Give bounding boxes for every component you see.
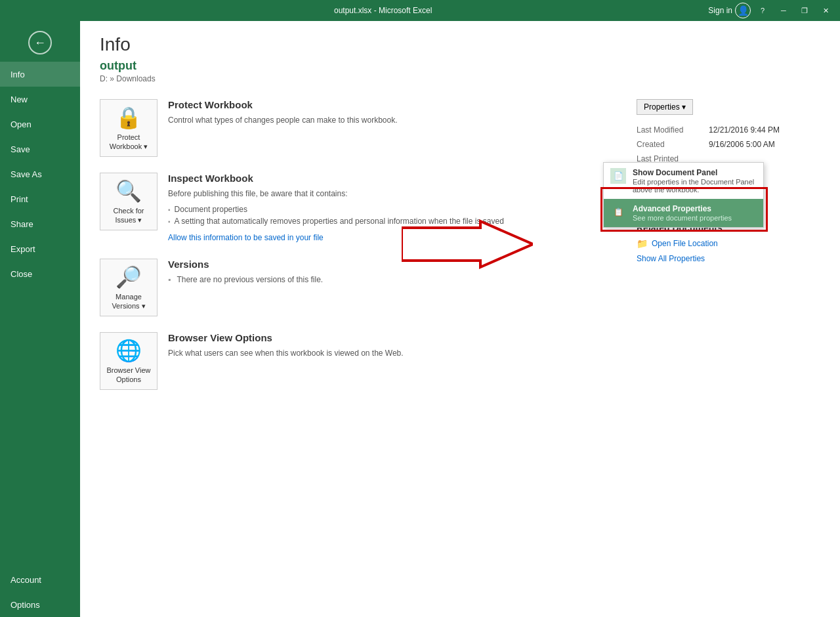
browser-view-icon: 🌐 (116, 338, 142, 363)
back-circle-icon[interactable]: ← (28, 31, 52, 54)
browser-view-text: Browser View Options Pick what users can… (168, 332, 404, 359)
allow-info-link[interactable]: Allow this information to be saved in yo… (168, 233, 324, 242)
sidebar-item-info[interactable]: Info (0, 62, 80, 87)
inspect-list-item-2: A setting that automatically removes pro… (168, 215, 504, 227)
browser-view-section: 🌐 Browser ViewOptions Browser View Optio… (100, 332, 610, 390)
last-modified-value: 12/21/2016 9:44 PM (709, 125, 780, 135)
created-label: Created (637, 140, 709, 149)
right-column: Properties ▾ Last Modified 12/21/2016 9:… (637, 99, 820, 406)
main-area: Info output D: » Downloads 🔒 ProtectWork… (80, 21, 840, 617)
show-document-panel-option[interactable]: 📄 Show Document Panel Edit properties in… (604, 163, 763, 199)
advanced-properties-desc: See more document properties (633, 214, 732, 222)
versions-label: ManageVersions ▾ (112, 292, 145, 311)
sign-in-label: Sign in (708, 6, 732, 15)
last-modified-row: Last Modified 12/21/2016 9:44 PM (637, 125, 820, 135)
check-issues-icon: 🔍 (116, 179, 142, 203)
advanced-properties-option[interactable]: 📋 Advanced Properties See more document … (604, 199, 763, 227)
sidebar-item-options[interactable]: Options (0, 592, 80, 617)
sidebar-item-close[interactable]: Close (0, 261, 80, 286)
sidebar-item-print[interactable]: Print (0, 186, 80, 211)
show-all-properties-link[interactable]: Show All Properties (637, 254, 820, 263)
advanced-properties-title: Advanced Properties (633, 204, 732, 213)
page-title: Info (100, 34, 820, 55)
left-column: 🔒 ProtectWorkbook ▾ Protect Workbook Con… (100, 99, 610, 406)
help-button[interactable]: ? (753, 3, 772, 18)
title-bar: output.xlsx - Microsoft Excel Sign in 👤 … (0, 0, 840, 21)
show-document-panel-title: Show Document Panel (633, 168, 757, 177)
protect-workbook-text: Protect Workbook Control what types of c… (168, 99, 398, 126)
check-for-issues-button[interactable]: 🔍 Check forIssues ▾ (100, 173, 158, 230)
versions-icon: 🔎 (116, 265, 142, 289)
created-value: 9/16/2006 5:00 AM (709, 140, 775, 149)
properties-button-wrapper: Properties ▾ (637, 99, 693, 115)
file-name: output (100, 59, 820, 73)
file-path: D: » Downloads (100, 74, 820, 83)
user-icon: 👤 (735, 3, 751, 18)
versions-title: Versions (168, 259, 323, 270)
manage-versions-button[interactable]: 🔎 ManageVersions ▾ (100, 259, 158, 316)
inspect-workbook-text: Inspect Workbook Before publishing this … (168, 173, 504, 243)
browser-view-description: Pick what users can see when this workbo… (168, 347, 404, 359)
advanced-properties-icon: 📋 (610, 204, 626, 220)
open-file-location-label: Open File Location (652, 239, 718, 248)
sidebar-item-saveas[interactable]: Save As (0, 161, 80, 186)
versions-description: ▪ There are no previous versions of this… (168, 274, 323, 286)
show-document-panel-icon: 📄 (610, 168, 626, 184)
protect-workbook-description: Control what types of changes people can… (168, 114, 398, 126)
inspect-workbook-list: Document properties A setting that autom… (168, 203, 504, 227)
inspect-list-item-1: Document properties (168, 203, 504, 215)
protect-workbook-icon: 🔒 (116, 105, 142, 130)
folder-icon: 📁 (637, 238, 648, 249)
browser-view-button[interactable]: 🌐 Browser ViewOptions (100, 332, 158, 390)
protect-workbook-label: ProtectWorkbook ▾ (110, 133, 148, 152)
inspect-workbook-title: Inspect Workbook (168, 173, 504, 184)
versions-section: 🔎 ManageVersions ▾ Versions ▪ There are … (100, 259, 610, 316)
properties-button[interactable]: Properties ▾ (637, 99, 693, 115)
inspect-workbook-description: Before publishing this file, be aware th… (168, 188, 504, 200)
sidebar-item-share[interactable]: Share (0, 211, 80, 236)
browser-view-label: Browser ViewOptions (106, 366, 150, 385)
sidebar-item-open[interactable]: Open (0, 112, 80, 137)
browser-view-title: Browser View Options (168, 332, 404, 343)
sidebar-bottom: Account Options (0, 567, 80, 617)
properties-list: Last Modified 12/21/2016 9:44 PM Created… (637, 125, 820, 163)
inspect-workbook-section: 🔍 Check forIssues ▾ Inspect Workbook Bef… (100, 173, 610, 243)
versions-text: Versions ▪ There are no previous version… (168, 259, 323, 286)
show-document-panel-desc: Edit properties in the Document Panel ab… (633, 178, 757, 194)
window-title: output.xlsx - Microsoft Excel (58, 6, 708, 15)
protect-workbook-button[interactable]: 🔒 ProtectWorkbook ▾ (100, 99, 158, 157)
protect-workbook-title: Protect Workbook (168, 99, 398, 110)
sidebar-item-new[interactable]: New (0, 87, 80, 112)
sidebar-item-account[interactable]: Account (0, 567, 80, 592)
close-button[interactable]: ✕ (816, 3, 835, 18)
created-row: Created 9/16/2006 5:00 AM (637, 140, 820, 149)
content-columns: 🔒 ProtectWorkbook ▾ Protect Workbook Con… (100, 99, 820, 406)
check-issues-label: Check forIssues ▾ (113, 206, 144, 225)
sidebar-item-save[interactable]: Save (0, 137, 80, 161)
open-file-location-link[interactable]: 📁 Open File Location (637, 238, 820, 249)
sidebar-nav: Info New Open Save Save As Print Share E… (0, 62, 80, 286)
restore-button[interactable]: ❐ (795, 3, 814, 18)
back-button[interactable]: ← (24, 26, 56, 59)
properties-dropdown-menu: 📄 Show Document Panel Edit properties in… (603, 162, 764, 228)
last-modified-label: Last Modified (637, 125, 709, 135)
minimize-button[interactable]: ─ (774, 3, 793, 18)
sign-in-button[interactable]: Sign in 👤 (708, 3, 751, 18)
sidebar: ← Info New Open Save Save As Print Share (0, 21, 80, 617)
sidebar-item-export[interactable]: Export (0, 236, 80, 261)
protect-workbook-section: 🔒 ProtectWorkbook ▾ Protect Workbook Con… (100, 99, 610, 157)
